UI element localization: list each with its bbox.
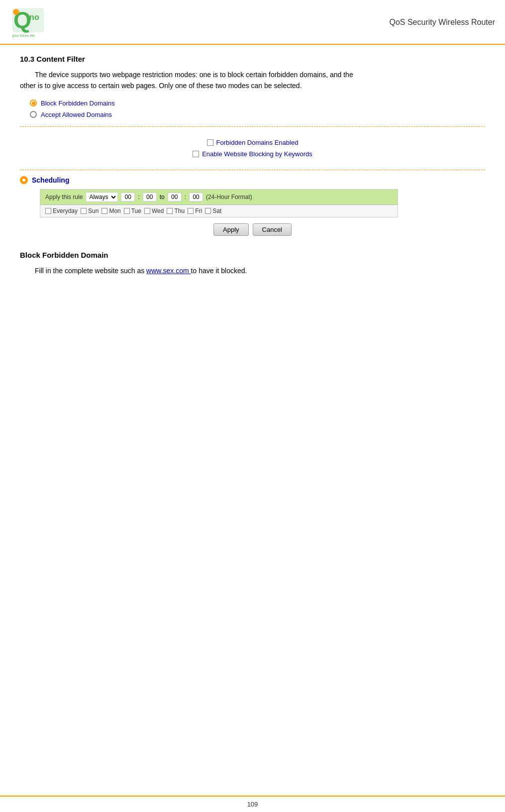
- colon-1: :: [138, 194, 139, 201]
- day-sun[interactable]: Sun: [81, 207, 99, 214]
- day-wed[interactable]: Wed: [144, 207, 164, 214]
- cb-box-forbidden[interactable]: [207, 139, 213, 146]
- apply-rule-label: Apply this rule: [45, 194, 83, 201]
- format-label: (24-Hour Format): [206, 194, 252, 201]
- colon-2: :: [185, 194, 186, 201]
- thu-checkbox[interactable]: [167, 208, 173, 214]
- time-to-m[interactable]: [189, 193, 203, 202]
- block-title: Block Forbidden Domain: [20, 251, 485, 259]
- block-desc-before-link: Fill in the complete website such as: [35, 267, 146, 275]
- qno-logo: Q no your future life: [10, 5, 50, 40]
- desc-line1: The device supports two webpage restrict…: [20, 69, 485, 80]
- block-desc-after-link: to have it blocked.: [191, 267, 247, 275]
- divider-1: [20, 126, 485, 127]
- time-from-m[interactable]: [143, 193, 157, 202]
- days-row: Everyday Sun Mon Tue Wed Thu: [40, 205, 398, 217]
- block-link[interactable]: www.sex.com: [146, 267, 191, 275]
- svg-point-4: [13, 9, 19, 15]
- day-thu[interactable]: Thu: [167, 207, 185, 214]
- radio-label-accept: Accept Allowed Domains: [41, 111, 112, 118]
- time-to-h[interactable]: [168, 193, 182, 202]
- time-from-h[interactable]: [121, 193, 135, 202]
- page-number: 109: [247, 801, 258, 808]
- wed-label: Wed: [152, 207, 164, 214]
- day-mon[interactable]: Mon: [101, 207, 120, 214]
- header-title: QoS Security Wireless Router: [389, 18, 495, 27]
- sun-checkbox[interactable]: [81, 208, 87, 214]
- radio-circle-accept: [30, 111, 37, 118]
- cancel-button[interactable]: Cancel: [253, 223, 292, 236]
- wed-checkbox[interactable]: [144, 208, 150, 214]
- radio-group: Block Forbidden Domains Accept Allowed D…: [30, 100, 485, 118]
- everyday-checkbox[interactable]: [45, 208, 51, 214]
- tue-checkbox[interactable]: [124, 208, 130, 214]
- cb-box-keyword[interactable]: [193, 151, 199, 157]
- section-title: 10.3 Content Filter: [20, 55, 485, 63]
- desc-line2: other is to give access to certain web p…: [20, 82, 302, 90]
- scheduling-title: Scheduling: [32, 176, 69, 184]
- day-fri[interactable]: Fri: [188, 207, 202, 214]
- scheduling-header: Scheduling: [20, 176, 485, 184]
- sat-checkbox[interactable]: [205, 208, 211, 214]
- day-sat[interactable]: Sat: [205, 207, 221, 214]
- scheduling-icon: [20, 176, 28, 184]
- section-description: The device supports two webpage restrict…: [20, 69, 485, 92]
- radio-accept-allowed[interactable]: Accept Allowed Domains: [30, 111, 485, 118]
- day-tue[interactable]: Tue: [124, 207, 141, 214]
- sun-label: Sun: [88, 207, 99, 214]
- svg-text:no: no: [29, 13, 39, 21]
- everyday-item[interactable]: Everyday: [45, 207, 78, 214]
- radio-label-block: Block Forbidden Domains: [41, 100, 115, 107]
- mon-checkbox[interactable]: [101, 208, 107, 214]
- button-row: Apply Cancel: [20, 223, 485, 236]
- block-section: Block Forbidden Domain Fill in the compl…: [20, 251, 485, 276]
- checkbox-keyword-blocking[interactable]: Enable Website Blocking by Keywords: [193, 150, 312, 158]
- tue-label: Tue: [131, 207, 141, 214]
- thu-label: Thu: [174, 207, 185, 214]
- divider-2: [20, 170, 485, 170]
- page-footer: 109: [0, 796, 505, 812]
- svg-text:your future life: your future life: [12, 34, 34, 38]
- page-header: Q no your future life QoS Security Wirel…: [0, 0, 505, 45]
- to-label: to: [160, 194, 165, 201]
- sat-label: Sat: [212, 207, 221, 214]
- block-desc: Fill in the complete website such as www…: [20, 265, 485, 276]
- checkbox-section: Forbidden Domains Enabled Enable Website…: [20, 133, 485, 164]
- cb-label-forbidden: Forbidden Domains Enabled: [216, 139, 299, 146]
- always-dropdown[interactable]: Always: [86, 192, 118, 202]
- scheduling-table: Apply this rule Always : to : (24-Hour F…: [40, 189, 398, 217]
- radio-block-forbidden[interactable]: Block Forbidden Domains: [30, 100, 485, 107]
- mon-label: Mon: [109, 207, 120, 214]
- logo-area: Q no your future life: [10, 5, 50, 40]
- sched-apply-row: Apply this rule Always : to : (24-Hour F…: [40, 190, 398, 205]
- checkbox-forbidden-enabled[interactable]: Forbidden Domains Enabled: [207, 139, 299, 146]
- main-content: 10.3 Content Filter The device supports …: [0, 45, 505, 286]
- everyday-label: Everyday: [53, 207, 78, 214]
- apply-button[interactable]: Apply: [213, 223, 249, 236]
- cb-label-keyword: Enable Website Blocking by Keywords: [202, 150, 312, 158]
- radio-circle-block: [30, 100, 37, 106]
- fri-label: Fri: [195, 207, 202, 214]
- fri-checkbox[interactable]: [188, 208, 194, 214]
